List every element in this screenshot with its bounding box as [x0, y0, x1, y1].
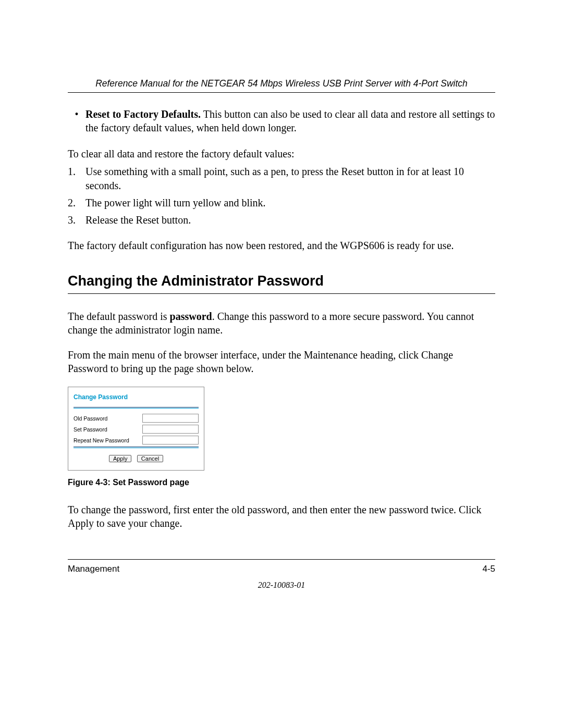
list-text: Release the Reset button.: [85, 213, 191, 227]
footer-left: Management: [68, 564, 119, 574]
cp-row-repeat: Repeat New Password: [74, 436, 199, 445]
footer-rule: [68, 559, 495, 560]
section-rule: [68, 293, 495, 294]
footer-docnum: 202-10083-01: [68, 581, 495, 590]
list-item: 2. The power light will turn yellow and …: [68, 196, 495, 210]
cp-row-old: Old Password: [74, 414, 199, 423]
apply-button[interactable]: Apply: [109, 455, 132, 462]
bullet-item: • Reset to Factory Defaults. This button…: [68, 107, 495, 134]
cp-rule: [74, 407, 199, 408]
cp-button-row: Apply Cancel: [74, 453, 199, 463]
header-title: Reference Manual for the NETGEAR 54 Mbps…: [68, 78, 495, 89]
cp-rule: [74, 448, 199, 448]
change-password-box: Change Password Old Password Set Passwor…: [68, 387, 204, 471]
list-item: 3. Release the Reset button.: [68, 213, 495, 227]
list-text: Use something with a small point, such a…: [85, 165, 495, 193]
change-password-title: Change Password: [74, 393, 199, 401]
set-password-label: Set Password: [74, 426, 107, 433]
list-number: 3.: [68, 213, 85, 227]
repeat-password-input[interactable]: [142, 436, 199, 445]
footer-right: 4-5: [482, 564, 495, 574]
list-number: 2.: [68, 196, 85, 210]
bullet-dot: •: [68, 107, 85, 134]
list-item: 1. Use something with a small point, suc…: [68, 165, 495, 193]
page-footer: Management 4-5 202-10083-01: [68, 559, 495, 590]
header-rule: [68, 92, 495, 93]
closing-text: The factory default configuration has no…: [68, 239, 495, 252]
cp-row-set: Set Password: [74, 425, 199, 434]
para-pre: The default password is: [68, 311, 170, 322]
cp-rule: [74, 447, 199, 447]
cp-rule: [74, 408, 199, 409]
para-bold: password: [170, 311, 212, 322]
cancel-button[interactable]: Cancel: [137, 455, 163, 462]
paragraph: The default password is password. Change…: [68, 310, 495, 337]
old-password-label: Old Password: [74, 415, 107, 422]
bullet-bold: Reset to Factory Defaults.: [85, 108, 201, 120]
bullet-text: Reset to Factory Defaults. This button c…: [85, 107, 495, 134]
repeat-password-label: Repeat New Password: [74, 437, 129, 443]
old-password-input[interactable]: [142, 414, 199, 423]
paragraph: From the main menu of the browser interf…: [68, 348, 495, 375]
steps-list: 1. Use something with a small point, suc…: [68, 165, 495, 227]
paragraph: To change the password, first enter the …: [68, 503, 495, 530]
list-text: The power light will turn yellow and bli…: [85, 196, 266, 210]
list-number: 1.: [68, 165, 85, 193]
figure-caption: Figure 4-3: Set Password page: [68, 478, 495, 487]
set-password-input[interactable]: [142, 425, 199, 434]
intro-text: To clear all data and restore the factor…: [68, 147, 495, 161]
section-heading: Changing the Administrator Password: [68, 273, 495, 289]
